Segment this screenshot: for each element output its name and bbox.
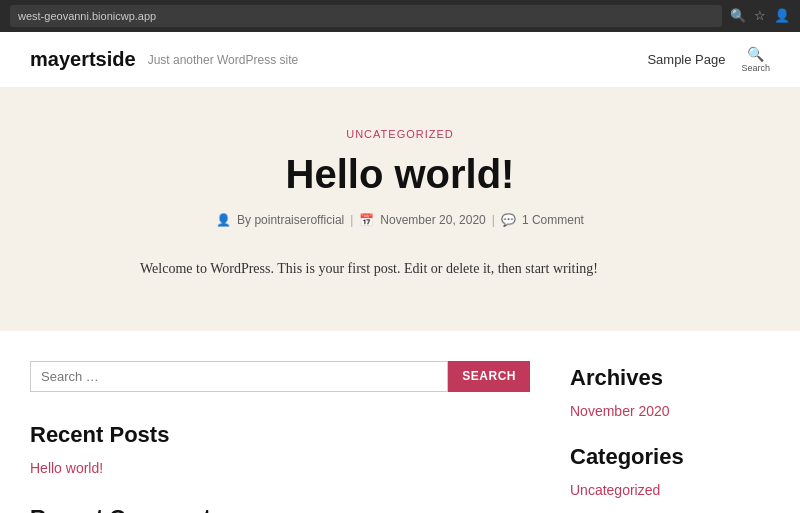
star-browser-icon[interactable]: ☆ <box>754 8 766 24</box>
categories-link[interactable]: Uncategorized <box>570 482 660 498</box>
comment-icon: 💬 <box>501 213 516 227</box>
recent-comments-section: Recent Comments A WordPress Commenter on… <box>30 505 530 513</box>
site-header: mayertside Just another WordPress site S… <box>0 32 800 88</box>
url-text: west-geovanni.bionicwp.app <box>18 10 156 22</box>
meta-sep-1: | <box>350 213 353 227</box>
url-bar[interactable]: west-geovanni.bionicwp.app <box>10 5 722 27</box>
main-content: SEARCH Recent Posts Hello world! Recent … <box>0 331 800 513</box>
categories-section: Categories Uncategorized <box>570 444 770 499</box>
search-box: SEARCH <box>30 361 530 392</box>
post-date: November 20, 2020 <box>380 213 485 227</box>
archives-section: Archives November 2020 <box>570 365 770 420</box>
search-input[interactable] <box>30 361 448 392</box>
meta-sep-2: | <box>492 213 495 227</box>
browser-chrome: west-geovanni.bionicwp.app 🔍 ☆ 👤 <box>0 0 800 32</box>
right-column: Archives November 2020 Categories Uncate… <box>570 361 770 513</box>
recent-posts-section: Recent Posts Hello world! <box>30 422 530 477</box>
site-header-right: Sample Page 🔍 Search <box>647 46 770 73</box>
search-browser-icon[interactable]: 🔍 <box>730 8 746 24</box>
archives-title: Archives <box>570 365 770 391</box>
post-author: By pointraiserofficial <box>237 213 344 227</box>
recent-posts-title: Recent Posts <box>30 422 530 448</box>
calendar-icon: 📅 <box>359 213 374 227</box>
archives-link[interactable]: November 2020 <box>570 403 670 419</box>
hero-area: UNCATEGORIZED Hello world! 👤 By pointrai… <box>0 88 800 331</box>
recent-post-link[interactable]: Hello world! <box>30 460 103 476</box>
search-submit-button[interactable]: SEARCH <box>448 361 530 392</box>
post-body-text: Welcome to WordPress. This is your first… <box>140 257 660 281</box>
header-search-button[interactable]: 🔍 Search <box>741 46 770 73</box>
site-tagline: Just another WordPress site <box>148 53 299 67</box>
site-header-left: mayertside Just another WordPress site <box>30 48 298 71</box>
post-category: UNCATEGORIZED <box>20 128 780 140</box>
browser-toolbar-icons: 🔍 ☆ 👤 <box>730 8 790 24</box>
left-column: SEARCH Recent Posts Hello world! Recent … <box>30 361 530 513</box>
sample-page-link[interactable]: Sample Page <box>647 52 725 67</box>
search-label: Search <box>741 63 770 73</box>
post-comments: 1 Comment <box>522 213 584 227</box>
categories-title: Categories <box>570 444 770 470</box>
magnifier-icon: 🔍 <box>741 46 770 63</box>
post-meta: 👤 By pointraiserofficial | 📅 November 20… <box>20 213 780 227</box>
user-browser-icon[interactable]: 👤 <box>774 8 790 24</box>
post-title: Hello world! <box>20 152 780 197</box>
site-title: mayertside <box>30 48 136 71</box>
post-author-icon: 👤 <box>216 213 231 227</box>
recent-comments-title: Recent Comments <box>30 505 530 513</box>
post-content: Welcome to WordPress. This is your first… <box>140 257 660 281</box>
